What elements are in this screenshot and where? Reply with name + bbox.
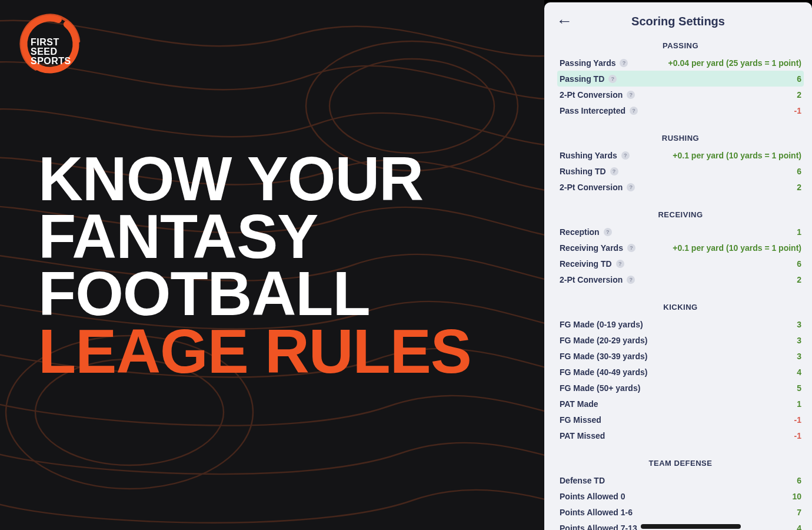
headline-line-1: KNOW YOUR	[38, 150, 471, 208]
help-icon[interactable]: ?	[627, 91, 635, 99]
scoring-row-left: 2-Pt Conversion?	[560, 275, 635, 284]
scoring-row-left: FG Missed	[560, 415, 601, 425]
scoring-row-value: 6	[797, 167, 801, 176]
scoring-row-value: 2	[797, 183, 801, 192]
scoring-row-value: 4	[797, 367, 801, 377]
scoring-row-value: 4	[797, 524, 801, 531]
logo-text-line1: FIRST	[31, 38, 71, 47]
scoring-row-value: 1	[797, 399, 801, 409]
scoring-row[interactable]: 2-Pt Conversion?2	[557, 87, 804, 102]
section-heading: RECEIVING	[557, 210, 804, 219]
scoring-row-label: Points Allowed 7-13	[560, 524, 637, 531]
scoring-row-label: 2-Pt Conversion	[560, 275, 623, 284]
scoring-row-left: FG Made (50+ yards)	[560, 383, 640, 393]
scoring-row[interactable]: FG Made (40-49 yards)4	[557, 364, 804, 380]
scoring-row[interactable]: Receiving Yards?+0.1 per yard (10 yards …	[557, 240, 804, 256]
help-icon[interactable]: ?	[621, 151, 630, 160]
scoring-row-value: +0.1 per yard (10 yards = 1 point)	[673, 151, 801, 160]
scoring-row-left: FG Made (0-19 yards)	[560, 320, 643, 329]
headline-line-2: FANTASY	[38, 208, 471, 266]
scoring-scroll-area[interactable]: PASSINGPassing Yards?+0.04 per yard (25 …	[544, 37, 812, 530]
scoring-row-label: FG Made (30-39 yards)	[560, 352, 647, 361]
scoring-row[interactable]: FG Made (30-39 yards)3	[557, 348, 804, 364]
horizontal-scrollbar[interactable]	[641, 524, 741, 529]
scoring-row-left: Points Allowed 1-6	[560, 508, 633, 517]
section-heading: PASSING	[557, 41, 804, 50]
back-arrow-icon[interactable]: ←	[556, 13, 573, 29]
scoring-row-value: 6	[797, 476, 801, 485]
scoring-row[interactable]: Reception?1	[557, 224, 804, 240]
panel-title: Scoring Settings	[544, 15, 812, 28]
help-icon[interactable]: ?	[616, 260, 624, 268]
scoring-row-left: Passing TD?	[560, 74, 617, 84]
scoring-row[interactable]: 2-Pt Conversion?2	[557, 271, 804, 287]
scoring-row[interactable]: PAT Made1	[557, 396, 804, 412]
scoring-row-value: +0.1 per yard (10 yards = 1 point)	[673, 243, 801, 253]
svg-point-0	[330, 59, 494, 153]
scoring-row-value: 5	[797, 383, 801, 393]
scoring-row-left: FG Made (30-39 yards)	[560, 352, 647, 361]
scoring-row[interactable]: Defense TD6	[557, 472, 804, 488]
headline-line-4: LEAGE RULES	[38, 323, 471, 380]
scoring-row-left: PAT Made	[560, 399, 598, 409]
scoring-row-left: 2-Pt Conversion?	[560, 183, 635, 192]
scoring-row[interactable]: Points Allowed 010	[557, 488, 804, 504]
help-icon[interactable]: ?	[620, 59, 628, 67]
scoring-row-left: Defense TD	[560, 476, 605, 485]
scoring-row[interactable]: FG Made (0-19 yards)3	[557, 316, 804, 332]
scoring-row-label: Reception	[560, 227, 600, 237]
scoring-row-left: Passing Yards?	[560, 58, 628, 68]
scoring-row-value: +0.04 per yard (25 yards = 1 point)	[668, 58, 801, 68]
help-icon[interactable]: ?	[627, 244, 635, 252]
scoring-row[interactable]: Passing Yards?+0.04 per yard (25 yards =…	[557, 55, 804, 71]
help-icon[interactable]: ?	[630, 107, 638, 115]
scoring-row-value: 3	[797, 352, 801, 361]
scoring-settings-panel: ← Scoring Settings PASSINGPassing Yards?…	[544, 2, 812, 530]
scoring-row[interactable]: Receiving TD?6	[557, 256, 804, 271]
logo-text-line2: SEED	[31, 47, 71, 57]
scoring-row-label: PAT Made	[560, 399, 598, 409]
scoring-row[interactable]: 2-Pt Conversion?2	[557, 179, 804, 195]
headline-line-3: FOOTBALL	[38, 265, 471, 323]
brand-logo: FIRST SEED SPORTS	[18, 12, 82, 77]
scoring-row[interactable]: PAT Missed-1	[557, 428, 804, 443]
scoring-row[interactable]: Rushing TD?6	[557, 163, 804, 179]
scoring-row[interactable]: Pass Intercepted?-1	[557, 102, 804, 118]
scoring-row-label: PAT Missed	[560, 431, 605, 440]
scoring-row-label: 2-Pt Conversion	[560, 90, 623, 100]
help-icon[interactable]: ?	[604, 228, 612, 236]
help-icon[interactable]: ?	[627, 276, 635, 284]
scoring-row-left: FG Made (20-29 yards)	[560, 336, 647, 345]
help-icon[interactable]: ?	[610, 167, 618, 175]
scoring-row-left: Points Allowed 0	[560, 492, 625, 501]
scoring-row-left: 2-Pt Conversion?	[560, 90, 635, 100]
scoring-row-left: FG Made (40-49 yards)	[560, 367, 647, 377]
scoring-row-label: Passing Yards	[560, 58, 615, 68]
scoring-row-label: FG Made (50+ yards)	[560, 383, 640, 393]
scoring-row[interactable]: FG Missed-1	[557, 412, 804, 428]
scoring-row[interactable]: FG Made (50+ yards)5	[557, 380, 804, 396]
scoring-row-label: Receiving Yards	[560, 243, 623, 253]
help-icon[interactable]: ?	[627, 183, 635, 191]
scoring-row[interactable]: FG Made (20-29 yards)3	[557, 332, 804, 348]
scoring-row-label: FG Made (40-49 yards)	[560, 367, 647, 377]
scoring-row[interactable]: Rushing Yards?+0.1 per yard (10 yards = …	[557, 147, 804, 163]
scoring-row-label: Defense TD	[560, 476, 605, 485]
help-icon[interactable]: ?	[608, 75, 617, 83]
section-heading: RUSHING	[557, 134, 804, 143]
scoring-row-value: 2	[797, 90, 801, 100]
scoring-row-value: -1	[794, 106, 801, 115]
scoring-row-label: Points Allowed 0	[560, 492, 625, 501]
scoring-row-value: 7	[797, 508, 801, 517]
scoring-row-value: 3	[797, 320, 801, 329]
panel-header: ← Scoring Settings	[544, 2, 812, 37]
scoring-row-value: 10	[792, 492, 801, 501]
headline: KNOW YOUR FANTASY FOOTBALL LEAGE RULES	[38, 150, 471, 380]
scoring-row[interactable]: Passing TD?6	[557, 71, 804, 87]
hero-panel: FIRST SEED SPORTS KNOW YOUR FANTASY FOOT…	[0, 0, 544, 530]
scoring-row-value: 6	[797, 74, 801, 84]
scoring-row-value: 2	[797, 275, 801, 284]
scoring-row-label: Rushing TD	[560, 167, 606, 176]
scoring-row-label: Pass Intercepted	[560, 106, 625, 115]
scoring-row[interactable]: Points Allowed 1-67	[557, 504, 804, 520]
